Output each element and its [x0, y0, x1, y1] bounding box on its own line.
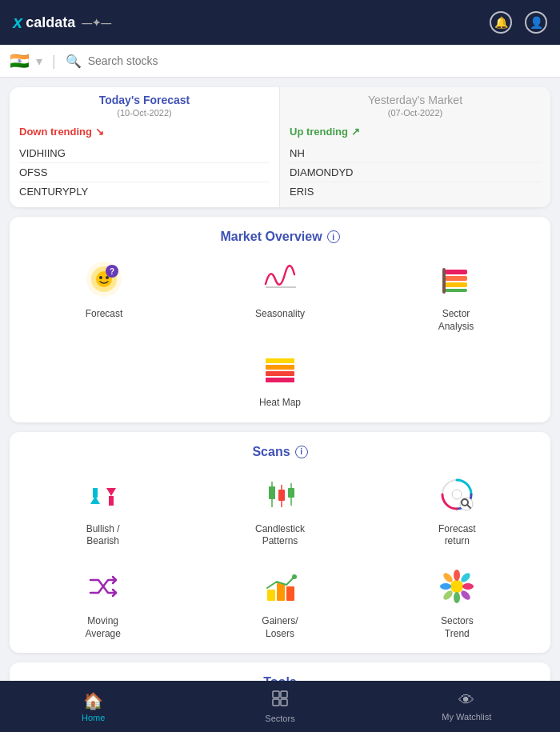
today-forecast-title: Today's Forecast	[19, 94, 270, 106]
heatmap-label: Heat Map	[259, 397, 301, 410]
svg-rect-8	[445, 270, 467, 274]
home-icon: 🏠	[83, 691, 103, 710]
gainers-losers-label: Gainers/Losers	[262, 615, 298, 640]
nav-watchlist[interactable]: 👁 My Watchlist	[374, 681, 560, 732]
seasonality-icon	[258, 257, 302, 302]
notification-icon[interactable]: 🔔	[490, 11, 512, 34]
watchlist-label: My Watchlist	[442, 712, 491, 722]
app-logo: x caldata —✦—	[13, 12, 111, 33]
country-flag: 🇮🇳	[10, 51, 30, 70]
stock-item[interactable]: ERIS	[290, 182, 541, 201]
svg-rect-15	[266, 371, 294, 376]
moving-average-label: MovingAverage	[85, 615, 120, 640]
main-content: Today's Forecast (10-Oct-2022) Down tren…	[0, 78, 560, 732]
today-forecast-date: (10-Oct-2022)	[19, 108, 270, 118]
bullish-bearish-label: Bullish /Bearish	[86, 523, 120, 548]
header-icons: 🔔 👤	[490, 11, 547, 34]
sectors-trend-label: SectorsTrend	[441, 615, 474, 640]
today-forecast-col: Today's Forecast (10-Oct-2022) Down tren…	[10, 87, 280, 207]
svg-rect-27	[288, 488, 294, 498]
stock-item[interactable]: DIAMONDYD	[290, 163, 541, 182]
forecast-return-label: Forecastreturn	[438, 523, 476, 548]
logo-x: x	[13, 12, 22, 33]
flag-dropdown[interactable]: ▾	[36, 54, 42, 69]
forecast-return-item[interactable]: Forecastreturn	[377, 472, 538, 548]
svg-rect-13	[266, 358, 294, 363]
search-input[interactable]	[88, 54, 550, 67]
market-overview-info-icon[interactable]: i	[327, 230, 340, 243]
svg-point-38	[454, 570, 460, 581]
svg-point-39	[454, 592, 460, 603]
market-overview-card: Market Overview i ?	[10, 217, 550, 422]
svg-point-36	[292, 574, 297, 579]
down-trending-label: Down trending ↘	[19, 126, 270, 138]
stock-item[interactable]: VIDHIING	[19, 144, 270, 163]
stock-item[interactable]: OFSS	[19, 163, 270, 182]
svg-rect-23	[269, 486, 275, 499]
heatmap-row: Heat Map	[22, 346, 538, 410]
home-label: Home	[82, 713, 105, 722]
svg-rect-18	[93, 488, 98, 498]
moving-average-icon	[81, 564, 126, 609]
stock-item[interactable]: NH	[290, 144, 541, 163]
up-trending-label: Up trending ↗	[290, 126, 541, 138]
svg-rect-9	[445, 276, 467, 281]
market-overview-title: Market Overview i	[22, 230, 538, 244]
svg-point-4	[106, 276, 109, 279]
svg-rect-85	[273, 699, 279, 706]
svg-rect-12	[442, 268, 446, 294]
scans-grid: Bullish /Bearish CandlestickPatterns	[22, 472, 538, 640]
nav-sectors[interactable]: Sectors	[186, 681, 373, 732]
stock-item[interactable]: CENTURYPLY	[19, 182, 270, 201]
market-overview-grid: ? Forecast Seasonality	[22, 257, 538, 333]
market-heatmap-item[interactable]: Heat Map	[258, 346, 302, 410]
svg-point-40	[440, 583, 451, 590]
search-icon: 🔍	[66, 54, 82, 69]
sectors-icon	[271, 690, 289, 711]
nav-home[interactable]: 🏠 Home	[0, 681, 186, 732]
sector-analysis-icon	[434, 257, 478, 302]
logo-symbol: —✦—	[82, 17, 111, 29]
gainers-losers-item[interactable]: Gainers/Losers	[199, 564, 360, 640]
moving-average-item[interactable]: MovingAverage	[22, 564, 183, 640]
sector-analysis-label: SectorAnalysis	[438, 308, 474, 333]
user-icon[interactable]: 👤	[525, 11, 547, 34]
svg-point-29	[452, 490, 462, 499]
svg-text:?: ?	[110, 267, 114, 276]
svg-rect-83	[273, 691, 279, 698]
scans-title: Scans i	[22, 445, 538, 459]
svg-rect-86	[281, 699, 287, 706]
forecast-grid: Today's Forecast (10-Oct-2022) Down tren…	[10, 87, 550, 207]
svg-rect-25	[278, 490, 285, 501]
svg-point-3	[99, 276, 102, 279]
forecast-icon: ?	[82, 257, 126, 302]
svg-marker-20	[106, 488, 116, 496]
svg-point-46	[451, 581, 462, 592]
svg-rect-35	[286, 586, 294, 601]
svg-rect-11	[445, 289, 467, 292]
svg-rect-21	[109, 496, 114, 506]
forecast-card: Today's Forecast (10-Oct-2022) Down tren…	[10, 87, 550, 207]
candlestick-patterns-item[interactable]: CandlestickPatterns	[199, 472, 360, 548]
sectors-trend-item[interactable]: SectorsTrend	[377, 564, 538, 640]
yesterday-market-date: (07-Oct-2022)	[290, 108, 541, 118]
logo-name: caldata	[26, 14, 75, 31]
svg-rect-10	[445, 282, 467, 287]
scans-card: Scans i Bullish /Bearish	[10, 432, 550, 653]
scans-info-icon[interactable]: i	[295, 446, 308, 458]
watchlist-icon: 👁	[458, 691, 474, 710]
market-forecast-item[interactable]: ? Forecast	[22, 257, 186, 333]
market-sector-analysis-item[interactable]: SectorAnalysis	[374, 257, 538, 333]
gainers-losers-icon	[258, 564, 302, 609]
svg-rect-16	[266, 378, 294, 382]
seasonality-label: Seasonality	[255, 308, 305, 321]
bottom-nav: 🏠 Home Sectors 👁 My Watchlist	[0, 681, 560, 732]
candlestick-icon	[258, 472, 302, 517]
forecast-return-icon	[434, 472, 479, 517]
yesterday-market-col: Yesterday's Market (07-Oct-2022) Up tren…	[280, 87, 550, 207]
down-stock-list: VIDHIING OFSS CENTURYPLY	[19, 144, 270, 201]
bullish-bearish-icon	[81, 472, 126, 517]
bullish-bearish-item[interactable]: Bullish /Bearish	[22, 472, 183, 548]
candlestick-label: CandlestickPatterns	[255, 523, 305, 548]
market-seasonality-item[interactable]: Seasonality	[198, 257, 362, 333]
